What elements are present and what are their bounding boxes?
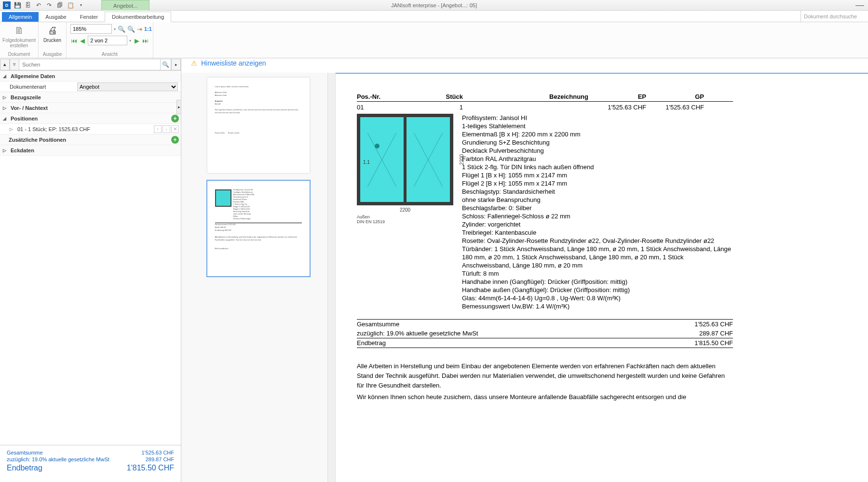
total-end-label: Endbetrag [7, 464, 42, 472]
save-db-icon[interactable]: 🗄 [24, 1, 32, 9]
printer-icon: 🖨 [46, 24, 59, 37]
section-allgemeine-daten[interactable]: ◢ Allgemeine Daten [0, 71, 181, 81]
document-tab[interactable]: Angebot... [101, 0, 149, 11]
leaf-label: 1.1 [363, 160, 370, 165]
new-doc-icon: 🗎 [13, 24, 26, 37]
tab-dokumentbearbeitung[interactable]: Dokumentbearbeitung [105, 12, 171, 22]
minimize-button[interactable]: — [855, 0, 864, 10]
section-eckdaten[interactable]: ▷ Eckdaten [0, 145, 181, 156]
spec-line: Grundierung S+Z Beschichtung [462, 138, 733, 147]
undo-icon[interactable]: ↶ [35, 1, 42, 9]
position-item-01[interactable]: ▷ 01 - 1 Stück; EP: 1525.63 CHF ↑ ↓ ✕ [0, 124, 181, 134]
page-dropdown-icon[interactable]: ▾ [129, 39, 132, 43]
title-bar: D 💾 🗄 ↶ ↷ 🗐 📋 ▾ Angebot... JANIsoft ente… [0, 0, 868, 11]
spec-line: Bemessungswert Uw,BW: 1.4 W/(m²K) [462, 302, 733, 310]
caption-aussen: Außen [357, 214, 453, 219]
document-page: Pos.-Nr. Stück Bezeichnung EP GP 01 1 1'… [347, 79, 743, 416]
section-label: Zusätzliche Positionen [9, 137, 66, 143]
total-gesamt-label: Gesamtsumme [7, 450, 43, 455]
section-label: Allgemeine Daten [11, 73, 55, 79]
section-bezugszeile[interactable]: ▷ Bezugszeile [0, 92, 181, 103]
ribbon-tabs: Allgemein Ausgabe Fenster Dokumentbearbe… [0, 11, 868, 22]
section-label: Bezugszeile [11, 94, 41, 100]
expand-icon[interactable]: ◢ [3, 74, 9, 79]
add-extra-position-button[interactable]: + [171, 136, 179, 144]
copy-icon[interactable]: 🗐 [56, 1, 64, 9]
panel-search-input[interactable] [19, 59, 161, 70]
spec-line: ohne starke Beanspruchung [462, 196, 733, 204]
zoom-out-icon[interactable]: 🔍 [127, 25, 135, 33]
zoom-in-icon[interactable]: 🔍 [118, 25, 125, 33]
paste-icon[interactable]: 📋 [67, 1, 74, 9]
move-up-icon[interactable]: ↑ [154, 125, 162, 133]
move-down-icon[interactable]: ↓ [163, 125, 170, 133]
tab-ausgabe[interactable]: Ausgabe [39, 12, 73, 22]
spec-line: Handhabe innen (Gangflügel): Drücker (Gr… [462, 278, 733, 286]
col-stueck: Stück [415, 93, 463, 100]
sum-end-value: 1'815.50 CHF [694, 339, 733, 347]
search-next-icon[interactable]: ▸ [171, 59, 181, 70]
expand-icon[interactable]: ◢ [3, 116, 9, 121]
group-ansicht-label: Ansicht [102, 52, 118, 57]
page-thumbnail-1[interactable]: Lorem ipsum dolor sit amet consectetur.A… [207, 78, 310, 173]
spec-line: Flügel 1 [B x H]: 1055 mm x 2147 mm [462, 171, 733, 179]
total-mwst-label: zuzüglich: 19.0% aktuelle gesetzliche Mw… [7, 456, 109, 462]
thumbnail-scrollbar[interactable] [327, 73, 335, 482]
filter-icon[interactable]: ▿ [10, 59, 19, 70]
position-row-01: 01 1 1'525.63 CHF 1'525.63 CHF [357, 102, 733, 111]
prev-page-icon[interactable]: ◀ [79, 36, 86, 45]
add-position-button[interactable]: + [171, 115, 179, 122]
actual-size-button[interactable]: 1:1 [144, 25, 152, 33]
expand-icon[interactable]: ▷ [3, 95, 9, 100]
spec-line: Handhabe außen (Gangflügel): Drücker (Gr… [462, 286, 733, 294]
dokumentenart-select[interactable]: Angebot [77, 82, 178, 91]
mini-door-icon [215, 189, 231, 207]
search-go-icon[interactable]: 🔍 [161, 59, 171, 70]
ribbon-panel: 🗎 Folgedokument erstellen Dokument 🖨 Dru… [0, 22, 868, 58]
section-zusaetzliche-positionen[interactable]: Zusätzliche Positionen + [0, 134, 181, 145]
section-vor-nachtext[interactable]: ▷ Vor- / Nachtext [0, 103, 181, 113]
fit-width-icon[interactable]: ⇥ [137, 25, 142, 33]
print-button[interactable]: 🖨 Drucken [43, 24, 61, 43]
expand-icon[interactable]: ▷ [10, 127, 15, 132]
document-totals: Gesamtsumme1'525.63 CHF zuzüglich: 19.0%… [357, 319, 733, 348]
page-thumbnail-2[interactable]: Profilsystem Janisol HI1-teiliges Stahle… [207, 181, 310, 276]
total-mwst-value: 289.87 CHF [146, 456, 174, 462]
save-icon[interactable]: 💾 [14, 1, 21, 9]
qat-dropdown-icon[interactable]: ▾ [77, 1, 85, 9]
folgedokument-button[interactable]: 🗎 Folgedokument erstellen [2, 24, 36, 48]
property-tree: ◢ Allgemeine Daten Dokumentenart Angebot… [0, 71, 181, 445]
last-page-icon[interactable]: ⏭ [142, 36, 149, 45]
group-ausgabe-label: Ausgabe [43, 52, 62, 57]
next-page-icon[interactable]: ▶ [134, 36, 140, 45]
panel-collapse-handle[interactable]: ▸ [176, 100, 181, 114]
expand-icon[interactable]: ▷ [3, 106, 9, 110]
spec-list: Profilsystem: Janisol HI1-teiliges Stahl… [462, 114, 733, 310]
zoom-dropdown-icon[interactable]: ▾ [114, 27, 116, 31]
section-positionen[interactable]: ◢ Positionen + [0, 113, 181, 124]
zoom-select[interactable] [70, 24, 112, 34]
col-bezeichnung: Bezeichnung [463, 93, 588, 100]
total-gesamt-value: 1'525.63 CHF [141, 450, 174, 455]
delete-icon[interactable]: ✕ [171, 125, 179, 133]
notice-label: Hinweisliste anzeigen [201, 59, 266, 67]
collapse-all-icon[interactable]: ▴ [0, 59, 10, 70]
field-label: Dokumentenart [10, 84, 77, 90]
document-scroll[interactable]: Pos.-Nr. Stück Bezeichnung EP GP 01 1 1'… [336, 73, 868, 482]
tab-allgemein[interactable]: Allgemein [2, 12, 39, 22]
expand-icon[interactable]: ▷ [3, 148, 9, 153]
first-page-icon[interactable]: ⏮ [70, 36, 77, 45]
tab-fenster[interactable]: Fenster [73, 12, 105, 22]
ribbon-search[interactable]: Dokument durchsuche [800, 11, 868, 22]
page-select[interactable] [88, 36, 127, 45]
warning-icon: ⚠ [191, 59, 197, 67]
spec-line: Farbton RAL Anthrazitgrau [462, 155, 733, 163]
redo-icon[interactable]: ↷ [45, 1, 53, 9]
panel-search-bar: ▴ ▿ 🔍 ▸ [0, 58, 181, 71]
dim-width: 2200 [357, 207, 453, 213]
spec-line: Rosette: Oval-Zylinder-Rosette Rundzylin… [462, 237, 733, 245]
field-dokumentenart: Dokumentenart Angebot [0, 81, 181, 92]
handle-dot-icon [375, 144, 380, 148]
app-title: JANIsoft enterprise - [Angebot...: 05] [391, 2, 477, 8]
notice-link[interactable]: ⚠ Hinweisliste anzeigen [181, 58, 868, 73]
